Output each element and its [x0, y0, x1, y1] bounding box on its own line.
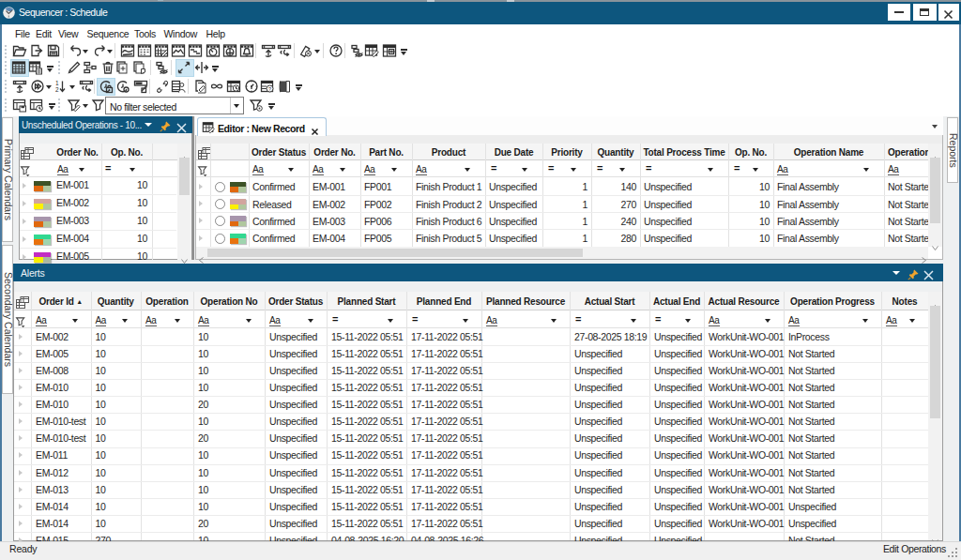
- svg-text:1: 1: [55, 80, 59, 86]
- svg-text:?: ?: [268, 86, 271, 92]
- svg-text:2: 2: [55, 86, 59, 93]
